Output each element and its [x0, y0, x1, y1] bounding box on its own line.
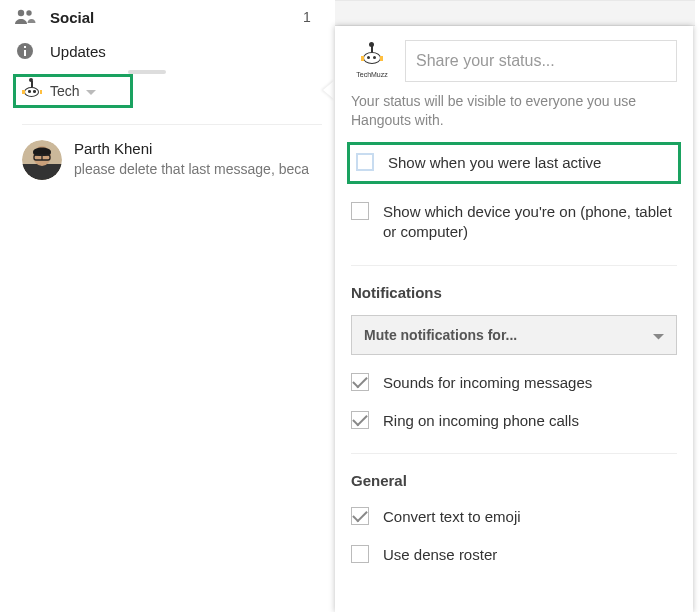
section-notifications: Notifications [351, 284, 677, 301]
option-last-active[interactable]: Show when you were last active [347, 142, 681, 184]
profile-dropdown[interactable]: Tech [13, 74, 133, 108]
checkbox-sounds[interactable] [351, 373, 369, 391]
option-dense[interactable]: Use dense roster [351, 545, 677, 565]
people-icon [0, 9, 50, 25]
checkbox-dense[interactable] [351, 545, 369, 563]
divider [22, 124, 322, 125]
settings-panel: TechMuzz Share your status... Your statu… [335, 26, 693, 612]
category-updates[interactable]: Updates [0, 34, 325, 68]
option-emoji[interactable]: Convert text to emoji [351, 507, 677, 527]
brand-logo: TechMuzz [351, 45, 393, 78]
category-social[interactable]: Social 1 [0, 0, 325, 34]
checkbox-ring[interactable] [351, 411, 369, 429]
status-hint: Your status will be visible to everyone … [351, 92, 677, 130]
panel-backdrop [335, 0, 695, 26]
checkbox-emoji[interactable] [351, 507, 369, 525]
contact-name: Parth Kheni [74, 140, 309, 157]
divider [351, 453, 677, 454]
category-social-label: Social [50, 9, 289, 26]
mute-dropdown[interactable]: Mute notifications for... [351, 315, 677, 355]
svg-rect-7 [22, 164, 62, 180]
panel-pointer-icon [323, 80, 335, 100]
category-social-count: 1 [289, 9, 325, 25]
status-input[interactable]: Share your status... [405, 40, 677, 82]
robot-avatar-icon [22, 81, 42, 101]
checkbox-last-active[interactable] [356, 153, 374, 171]
profile-name: Tech [50, 83, 80, 99]
contact-row[interactable]: Parth Kheni please delete that last mess… [22, 140, 309, 180]
option-device[interactable]: Show which device you're on (phone, tabl… [351, 202, 677, 243]
svg-point-1 [26, 10, 31, 15]
chevron-down-icon [86, 82, 96, 100]
svg-rect-4 [24, 46, 26, 48]
svg-point-0 [18, 10, 24, 16]
divider [351, 265, 677, 266]
info-icon [0, 42, 50, 60]
avatar [22, 140, 62, 180]
drag-handle[interactable] [128, 70, 166, 74]
option-ring[interactable]: Ring on incoming phone calls [351, 411, 677, 431]
checkbox-device[interactable] [351, 202, 369, 220]
category-updates-label: Updates [50, 43, 289, 60]
chevron-down-icon [653, 327, 664, 343]
svg-rect-3 [24, 50, 26, 56]
left-column: Social 1 Updates [0, 0, 325, 76]
option-sounds[interactable]: Sounds for incoming messages [351, 373, 677, 393]
mute-label: Mute notifications for... [364, 327, 517, 343]
contact-message: please delete that last message, beca [74, 161, 309, 177]
section-general: General [351, 472, 677, 489]
status-placeholder: Share your status... [416, 52, 555, 70]
